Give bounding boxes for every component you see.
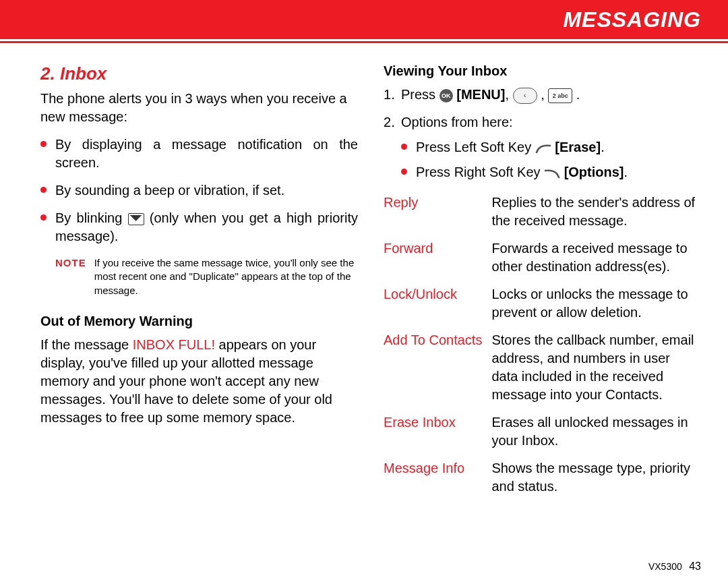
right-softkey-icon [544, 168, 560, 179]
oom-heading: Out of Memory Warning [40, 312, 358, 330]
step2-options: Press Left Soft Key [Erase]. Press Right… [401, 138, 701, 181]
right-column: Viewing Your Inbox Press OK [MENU], ‹ , … [384, 55, 701, 502]
oom-paragraph: If the message INBOX FULL! appears on yo… [40, 336, 358, 427]
opt-term: Erase Inbox [384, 411, 491, 457]
opt-desc: Replies to the sender's address of the r… [491, 191, 701, 237]
footer-page-number: 43 [689, 560, 701, 572]
options-table: ReplyReplies to the sender's address of … [384, 191, 701, 502]
alert-item-screen: By displaying a message notification on … [40, 136, 358, 172]
intro-paragraph: The phone alerts you in 3 ways when you … [40, 90, 358, 126]
left-nav-icon: ‹ [513, 88, 537, 104]
opt-desc: Shows the message type, priority and sta… [491, 457, 701, 502]
table-row: Lock/UnlockLocks or unlocks the message … [384, 283, 701, 328]
key-2abc-icon: 2 abc [548, 88, 572, 103]
step1-text-a: Press [401, 87, 439, 102]
step-2: Options from here: Press Left Soft Key [… [384, 113, 701, 181]
inbox-full-text: INBOX FULL! [133, 337, 215, 352]
ok-key-icon: OK [439, 89, 453, 103]
step2-text: Options from here: [401, 115, 513, 129]
alert-ways-list: By displaying a message notification on … [40, 136, 358, 245]
oom-text-a: If the message [40, 337, 133, 352]
viewing-steps: Press OK [MENU], ‹ , 2 abc . Options fro… [384, 86, 701, 181]
table-row: ForwardForwards a received message to ot… [384, 237, 701, 283]
press-right-softkey: Press Right Soft Key [Options]. [401, 163, 701, 181]
opt-term: Reply [384, 191, 491, 237]
rsoft-end: . [624, 165, 628, 179]
page-category-title: MESSAGING [563, 7, 701, 32]
opt-desc: Erases all unlocked messages in your Inb… [491, 411, 701, 457]
options-label: [Options] [564, 165, 624, 179]
opt-term: Forward [384, 237, 491, 283]
opt-term: Lock/Unlock [384, 283, 491, 328]
erase-label: [Erase] [555, 140, 601, 154]
note-text: If you receive the same message twice, y… [94, 256, 358, 297]
left-column: 2. Inbox The phone alerts you in 3 ways … [40, 55, 358, 502]
rsoft-a: Press Right Soft Key [416, 165, 544, 179]
table-row: Add To ContactsStores the callback numbe… [384, 328, 701, 411]
footer-model: VX5300 [648, 561, 682, 572]
opt-desc: Locks or unlocks the message to prevent … [491, 283, 701, 328]
opt-term: Message Info [384, 457, 491, 502]
press-left-softkey: Press Left Soft Key [Erase]. [401, 138, 701, 156]
opt-desc: Stores the callback number, email addres… [491, 328, 701, 411]
alert-item-beep: By sounding a beep or vibration, if set. [40, 181, 358, 200]
lsoft-a: Press Left Soft Key [416, 140, 535, 154]
note-block: NOTE If you receive the same message twi… [55, 256, 358, 297]
step-1: Press OK [MENU], ‹ , 2 abc . [384, 86, 701, 104]
page-body: 2. Inbox The phone alerts you in 3 ways … [0, 43, 728, 502]
header-banner: MESSAGING [0, 0, 728, 39]
step1-mid2: , [541, 87, 548, 102]
table-row: ReplyReplies to the sender's address of … [384, 191, 701, 237]
opt-desc: Forwards a received message to other des… [491, 237, 701, 283]
lsoft-end: . [601, 140, 605, 154]
options-tbody: ReplyReplies to the sender's address of … [384, 191, 701, 502]
left-softkey-icon [535, 143, 551, 154]
table-row: Erase InboxErases all unlocked messages … [384, 411, 701, 457]
alert-item-blink: By blinking (only when you get a high pr… [40, 209, 358, 245]
envelope-icon [128, 213, 144, 225]
opt-term: Add To Contacts [384, 328, 491, 411]
viewing-inbox-heading: Viewing Your Inbox [384, 62, 701, 80]
table-row: Message InfoShows the message type, prio… [384, 457, 701, 502]
step1-mid: , [505, 87, 512, 102]
menu-label: [MENU] [456, 87, 505, 102]
note-label: NOTE [55, 256, 86, 297]
step1-end: . [576, 87, 580, 102]
alert-blink-text-a: By blinking [55, 210, 128, 225]
page-footer: VX5300 43 [648, 560, 701, 573]
section-heading-inbox: 2. Inbox [40, 62, 358, 86]
